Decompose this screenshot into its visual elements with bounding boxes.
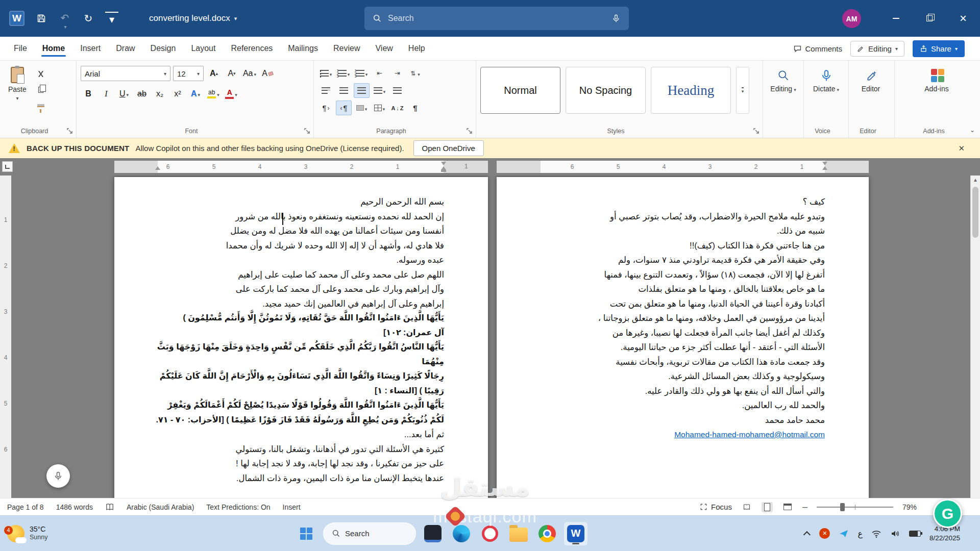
share-button[interactable]: Share [913, 40, 965, 57]
dictate-mic-icon[interactable] [611, 14, 621, 23]
titlebar-search[interactable] [364, 7, 629, 30]
page-indicator[interactable]: Page 1 of 8 [7, 503, 44, 511]
subscript-button[interactable]: x₂ [152, 86, 167, 102]
email-link[interactable]: Mohamed-hamed-mohamed@hotmail.com [674, 430, 825, 439]
strikethrough-button[interactable]: ab [134, 86, 150, 102]
ruler-strip-page-2[interactable]: 123456 [497, 161, 869, 173]
close-button[interactable] [946, 0, 980, 37]
tab-layout[interactable]: Layout [183, 38, 223, 59]
line-spacing-button[interactable] [407, 66, 423, 81]
font-dialog-launcher[interactable] [304, 128, 310, 134]
collapse-ribbon-button[interactable] [970, 127, 975, 134]
scroll-up-icon[interactable] [971, 177, 980, 183]
tab-selector[interactable] [2, 161, 13, 172]
clipboard-dialog-launcher[interactable] [67, 128, 73, 134]
decrease-indent-button[interactable] [372, 66, 387, 81]
align-center-button[interactable] [336, 83, 352, 98]
hanging-indent-marker[interactable] [441, 166, 446, 170]
style-no-spacing[interactable]: No Spacing [566, 67, 646, 114]
word-logo-icon[interactable]: W [9, 11, 24, 26]
file-explorer-icon[interactable] [507, 522, 530, 545]
tab-references[interactable]: References [223, 38, 280, 59]
left-to-right-paragraph-button[interactable]: ¶ [318, 101, 334, 115]
styles-dialog-launcher[interactable] [753, 128, 760, 134]
multilevel-list-button[interactable] [354, 66, 370, 81]
tab-mailings[interactable]: Mailings [280, 38, 326, 59]
banner-close-icon[interactable] [958, 144, 972, 153]
align-left-button[interactable] [318, 83, 334, 98]
hidden-icons-chevron[interactable] [803, 531, 811, 538]
style-heading[interactable]: Heading [651, 67, 731, 114]
save-button[interactable] [35, 12, 48, 25]
floating-dictation-button[interactable] [46, 464, 70, 488]
scrollbar-thumb[interactable] [972, 187, 978, 238]
opera-icon[interactable] [478, 522, 502, 545]
word-taskbar-icon[interactable]: W [564, 522, 587, 545]
paste-button[interactable]: Paste [4, 66, 31, 123]
numbering-button[interactable] [336, 66, 352, 81]
zoom-slider-thumb[interactable] [840, 503, 845, 511]
editing-button[interactable]: Editing [767, 66, 799, 93]
redo-button[interactable]: ↻ [82, 12, 95, 25]
underline-button[interactable]: U [116, 86, 132, 102]
open-onedrive-button[interactable]: Open OneDrive [413, 140, 484, 156]
tab-view[interactable]: View [368, 38, 400, 59]
highlight-color-button[interactable]: ab [206, 86, 221, 102]
change-case-button[interactable]: Aa [242, 66, 257, 81]
print-layout-button[interactable] [762, 502, 773, 512]
word-count[interactable]: 1486 words [56, 503, 93, 511]
horizontal-ruler[interactable]: 654321 1 123456 [0, 158, 980, 176]
tab-file[interactable]: File [6, 38, 35, 59]
bullets-button[interactable] [318, 66, 334, 81]
first-line-indent-marker[interactable] [441, 162, 446, 165]
align-right-button[interactable] [354, 83, 370, 98]
zoom-slider[interactable] [817, 507, 893, 508]
edge-icon[interactable] [450, 522, 473, 545]
wifi-icon[interactable] [871, 529, 881, 538]
bold-button[interactable]: B [81, 86, 96, 102]
grow-font-button[interactable]: A [206, 66, 222, 81]
tab-design[interactable]: Design [143, 38, 184, 59]
volume-icon[interactable] [890, 529, 900, 538]
start-button[interactable] [295, 522, 318, 545]
distribute-button[interactable] [389, 83, 405, 98]
right-to-left-paragraph-button[interactable]: ¶ [336, 101, 352, 115]
insert-mode-indicator[interactable]: Insert [283, 503, 301, 511]
minimize-button[interactable] [879, 0, 913, 37]
battery-icon[interactable] [909, 531, 921, 537]
increase-indent-button[interactable] [389, 66, 405, 81]
zoom-percentage[interactable]: 79% [902, 503, 917, 511]
weather-widget[interactable]: 4 35°C Sunny [0, 525, 47, 542]
cut-button[interactable] [34, 68, 48, 80]
search-input[interactable] [388, 14, 605, 23]
proofing-icon[interactable] [105, 503, 114, 511]
input-language-indicator[interactable]: ع [857, 529, 863, 538]
tab-home[interactable]: Home [35, 38, 72, 59]
styles-gallery-more-button[interactable]: ▾ [736, 67, 749, 114]
tray-notification-icon[interactable]: ✕ [819, 528, 830, 539]
document-page-right[interactable]: كيف ؟وتبدو عليه ملامح الحيرة والاضطراب، … [497, 177, 869, 498]
shading-button[interactable] [354, 101, 370, 115]
right-indent-marker[interactable] [155, 166, 160, 170]
editing-mode-dropdown[interactable]: Editing [850, 41, 904, 57]
copy-button[interactable] [34, 84, 48, 96]
first-line-indent-marker[interactable] [822, 162, 827, 165]
vertical-scrollbar[interactable] [970, 176, 980, 498]
document-page-left[interactable]: بسم الله الرحمن الرحيمإن الحمد لله نحمده… [114, 177, 488, 498]
format-painter-button[interactable] [34, 99, 48, 112]
web-layout-button[interactable] [782, 502, 793, 512]
focus-button[interactable]: Focus [700, 503, 732, 511]
tab-insert[interactable]: Insert [72, 38, 108, 59]
comments-button[interactable]: Comments [793, 44, 843, 53]
font-name-combo[interactable]: Arial [81, 66, 170, 81]
vertical-ruler[interactable]: 123456 [0, 176, 11, 498]
sort-button[interactable]: AZ [389, 101, 405, 115]
undo-button[interactable]: ↶ [58, 12, 71, 25]
show-formatting-marks-button[interactable]: ¶ [407, 101, 423, 115]
addins-button[interactable]: Add-ins [899, 66, 976, 93]
italic-button[interactable]: I [99, 86, 114, 102]
borders-button[interactable] [372, 101, 387, 115]
clear-formatting-button[interactable]: A [260, 66, 275, 81]
grammarly-button[interactable]: G [933, 499, 962, 528]
taskbar-search[interactable]: Search [323, 522, 416, 545]
